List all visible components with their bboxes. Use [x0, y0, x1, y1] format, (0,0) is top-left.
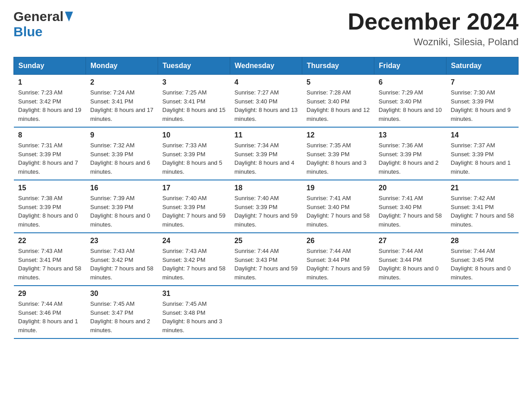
col-wednesday: Wednesday	[230, 57, 302, 75]
day-number: 4	[235, 78, 298, 86]
calendar-cell: 28 Sunrise: 7:44 AMSunset: 3:45 PMDaylig…	[446, 233, 519, 286]
day-number: 24	[163, 237, 226, 245]
day-number: 21	[451, 184, 514, 192]
calendar-week-2: 8 Sunrise: 7:31 AMSunset: 3:39 PMDayligh…	[14, 127, 519, 180]
day-number: 14	[451, 131, 514, 139]
calendar-week-4: 22 Sunrise: 7:43 AMSunset: 3:41 PMDaylig…	[14, 233, 519, 286]
calendar-cell: 21 Sunrise: 7:42 AMSunset: 3:41 PMDaylig…	[446, 180, 519, 233]
day-number: 18	[235, 184, 298, 192]
logo-blue-text: Blue	[13, 24, 43, 39]
logo-triangle-icon	[65, 12, 73, 23]
day-number: 9	[90, 131, 154, 139]
logo-general-text: General	[13, 9, 64, 24]
col-friday: Friday	[374, 57, 446, 75]
day-number: 12	[307, 131, 370, 139]
calendar-cell: 18 Sunrise: 7:40 AMSunset: 3:39 PMDaylig…	[230, 180, 302, 233]
svg-marker-0	[65, 12, 73, 21]
day-info: Sunrise: 7:36 AMSunset: 3:39 PMDaylight:…	[379, 141, 442, 176]
calendar-cell: 8 Sunrise: 7:31 AMSunset: 3:39 PMDayligh…	[14, 127, 86, 180]
day-number: 10	[163, 131, 226, 139]
title-area: December 2024 Wozniki, Silesia, Poland	[348, 9, 519, 48]
day-info: Sunrise: 7:40 AMSunset: 3:39 PMDaylight:…	[163, 194, 226, 229]
day-number: 16	[90, 184, 154, 192]
day-info: Sunrise: 7:44 AMSunset: 3:46 PMDaylight:…	[18, 300, 82, 334]
col-tuesday: Tuesday	[158, 57, 230, 75]
calendar-header: Sunday Monday Tuesday Wednesday Thursday…	[14, 57, 519, 75]
day-info: Sunrise: 7:25 AMSunset: 3:41 PMDaylight:…	[163, 88, 226, 123]
calendar-cell	[230, 286, 302, 338]
calendar-cell: 6 Sunrise: 7:29 AMSunset: 3:40 PMDayligh…	[374, 75, 446, 128]
day-info: Sunrise: 7:27 AMSunset: 3:40 PMDaylight:…	[235, 88, 298, 123]
day-info: Sunrise: 7:43 AMSunset: 3:42 PMDaylight:…	[163, 247, 226, 282]
day-info: Sunrise: 7:41 AMSunset: 3:40 PMDaylight:…	[307, 194, 370, 229]
calendar-cell: 4 Sunrise: 7:27 AMSunset: 3:40 PMDayligh…	[230, 75, 302, 128]
calendar-table: Sunday Monday Tuesday Wednesday Thursday…	[13, 57, 519, 339]
day-number: 31	[163, 290, 226, 298]
day-number: 26	[307, 237, 370, 245]
day-info: Sunrise: 7:37 AMSunset: 3:39 PMDaylight:…	[451, 141, 514, 176]
calendar-cell: 26 Sunrise: 7:44 AMSunset: 3:44 PMDaylig…	[302, 233, 374, 286]
calendar-week-3: 15 Sunrise: 7:38 AMSunset: 3:39 PMDaylig…	[14, 180, 519, 233]
calendar-cell: 16 Sunrise: 7:39 AMSunset: 3:39 PMDaylig…	[86, 180, 158, 233]
day-info: Sunrise: 7:44 AMSunset: 3:43 PMDaylight:…	[235, 247, 298, 282]
calendar-cell: 25 Sunrise: 7:44 AMSunset: 3:43 PMDaylig…	[230, 233, 302, 286]
calendar-cell	[374, 286, 446, 338]
day-number: 8	[18, 131, 82, 139]
day-number: 5	[307, 78, 370, 86]
calendar-cell: 5 Sunrise: 7:28 AMSunset: 3:40 PMDayligh…	[302, 75, 374, 128]
day-number: 11	[235, 131, 298, 139]
day-number: 23	[90, 237, 154, 245]
day-info: Sunrise: 7:33 AMSunset: 3:39 PMDaylight:…	[163, 141, 226, 176]
day-info: Sunrise: 7:34 AMSunset: 3:39 PMDaylight:…	[235, 141, 298, 176]
calendar-cell: 27 Sunrise: 7:44 AMSunset: 3:44 PMDaylig…	[374, 233, 446, 286]
month-title: December 2024	[348, 9, 519, 34]
day-number: 1	[18, 78, 82, 86]
day-number: 25	[235, 237, 298, 245]
calendar-week-1: 1 Sunrise: 7:23 AMSunset: 3:42 PMDayligh…	[14, 75, 519, 128]
day-info: Sunrise: 7:42 AMSunset: 3:41 PMDaylight:…	[451, 194, 514, 229]
day-number: 27	[379, 237, 442, 245]
calendar-cell: 29 Sunrise: 7:44 AMSunset: 3:46 PMDaylig…	[14, 286, 86, 338]
header-row: Sunday Monday Tuesday Wednesday Thursday…	[14, 57, 519, 75]
day-info: Sunrise: 7:41 AMSunset: 3:40 PMDaylight:…	[379, 194, 442, 229]
col-saturday: Saturday	[446, 57, 519, 75]
calendar-body: 1 Sunrise: 7:23 AMSunset: 3:42 PMDayligh…	[14, 75, 519, 339]
logo: General Blue	[13, 9, 73, 39]
calendar-cell	[446, 286, 519, 338]
day-number: 15	[18, 184, 82, 192]
day-number: 7	[451, 78, 514, 86]
day-info: Sunrise: 7:35 AMSunset: 3:39 PMDaylight:…	[307, 141, 370, 176]
day-number: 6	[379, 78, 442, 86]
day-info: Sunrise: 7:38 AMSunset: 3:39 PMDaylight:…	[18, 194, 82, 229]
day-info: Sunrise: 7:43 AMSunset: 3:41 PMDaylight:…	[18, 247, 82, 282]
calendar-cell: 10 Sunrise: 7:33 AMSunset: 3:39 PMDaylig…	[158, 127, 230, 180]
calendar-cell: 14 Sunrise: 7:37 AMSunset: 3:39 PMDaylig…	[446, 127, 519, 180]
day-number: 13	[379, 131, 442, 139]
calendar-week-5: 29 Sunrise: 7:44 AMSunset: 3:46 PMDaylig…	[14, 286, 519, 338]
day-info: Sunrise: 7:45 AMSunset: 3:48 PMDaylight:…	[163, 300, 226, 334]
calendar-cell: 15 Sunrise: 7:38 AMSunset: 3:39 PMDaylig…	[14, 180, 86, 233]
calendar-cell: 12 Sunrise: 7:35 AMSunset: 3:39 PMDaylig…	[302, 127, 374, 180]
col-sunday: Sunday	[14, 57, 86, 75]
calendar-cell: 30 Sunrise: 7:45 AMSunset: 3:47 PMDaylig…	[86, 286, 158, 338]
location-title: Wozniki, Silesia, Poland	[348, 36, 519, 48]
calendar-cell: 23 Sunrise: 7:43 AMSunset: 3:42 PMDaylig…	[86, 233, 158, 286]
calendar-cell: 22 Sunrise: 7:43 AMSunset: 3:41 PMDaylig…	[14, 233, 86, 286]
day-number: 2	[90, 78, 154, 86]
day-info: Sunrise: 7:44 AMSunset: 3:44 PMDaylight:…	[379, 247, 442, 282]
day-info: Sunrise: 7:45 AMSunset: 3:47 PMDaylight:…	[90, 300, 154, 334]
day-info: Sunrise: 7:23 AMSunset: 3:42 PMDaylight:…	[18, 88, 82, 123]
day-info: Sunrise: 7:39 AMSunset: 3:39 PMDaylight:…	[90, 194, 154, 229]
page-header: General Blue December 2024 Wozniki, Sile…	[13, 9, 519, 48]
day-number: 20	[379, 184, 442, 192]
calendar-cell: 1 Sunrise: 7:23 AMSunset: 3:42 PMDayligh…	[14, 75, 86, 128]
calendar-cell	[302, 286, 374, 338]
day-number: 22	[18, 237, 82, 245]
calendar-cell: 20 Sunrise: 7:41 AMSunset: 3:40 PMDaylig…	[374, 180, 446, 233]
day-info: Sunrise: 7:44 AMSunset: 3:44 PMDaylight:…	[307, 247, 370, 282]
col-thursday: Thursday	[302, 57, 374, 75]
day-info: Sunrise: 7:31 AMSunset: 3:39 PMDaylight:…	[18, 141, 82, 176]
day-info: Sunrise: 7:24 AMSunset: 3:41 PMDaylight:…	[90, 88, 154, 123]
day-number: 28	[451, 237, 514, 245]
day-info: Sunrise: 7:28 AMSunset: 3:40 PMDaylight:…	[307, 88, 370, 123]
